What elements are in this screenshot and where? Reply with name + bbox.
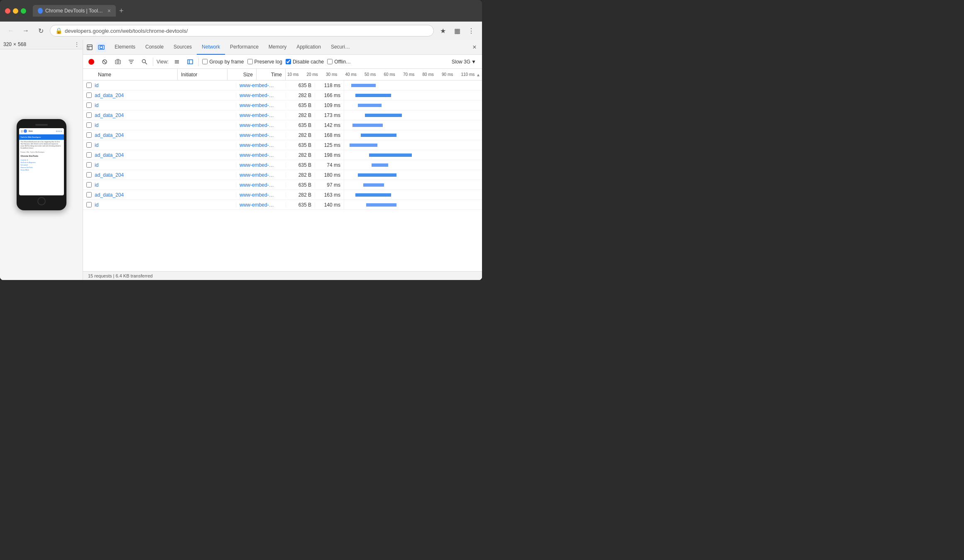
row-checkbox-input[interactable] (86, 122, 92, 128)
row-checkbox[interactable] (83, 102, 95, 108)
record-button[interactable] (86, 57, 96, 67)
row-checkbox[interactable] (83, 83, 95, 88)
search-button[interactable] (139, 57, 149, 67)
table-row[interactable]: id www-embed-… 635 B 142 ms (83, 120, 482, 130)
table-row[interactable]: id www-embed-… 635 B 109 ms (83, 100, 482, 110)
table-row[interactable]: ad_data_204 www-embed-… 282 B 180 ms (83, 170, 482, 180)
row-checkbox-input[interactable] (86, 93, 92, 98)
row-name-cell[interactable]: ad_data_204 (95, 152, 236, 158)
row-checkbox[interactable] (83, 112, 95, 118)
new-tab-button[interactable]: + (119, 7, 124, 15)
offline-input[interactable] (327, 59, 333, 64)
table-row[interactable]: id www-embed-… 635 B 74 ms (83, 160, 482, 170)
phone-home-button[interactable] (37, 197, 46, 205)
menu-button[interactable]: ⋮ (465, 25, 477, 37)
tab-memory[interactable]: Memory (264, 40, 291, 55)
main-content: 320 × 568 ⋮ ☰ Web SIGN I (0, 40, 482, 280)
tab-application[interactable]: Application (291, 40, 326, 55)
disable-cache-input[interactable] (286, 59, 291, 64)
table-row[interactable]: id www-embed-… 635 B 140 ms (83, 200, 482, 210)
browser-tab[interactable]: Chrome DevTools | Tools for W × (33, 5, 116, 17)
preserve-log-checkbox[interactable]: Preserve log (247, 59, 282, 65)
row-checkbox-input[interactable] (86, 142, 92, 148)
row-name-cell[interactable]: id (95, 182, 236, 188)
table-row[interactable]: ad_data_204 www-embed-… 282 B 173 ms (83, 110, 482, 120)
group-by-frame-checkbox[interactable]: Group by frame (202, 59, 244, 65)
tab-performance[interactable]: Performance (225, 40, 264, 55)
row-checkbox[interactable] (83, 192, 95, 197)
row-checkbox[interactable] (83, 162, 95, 168)
group-by-frame-input[interactable] (202, 59, 208, 64)
table-row[interactable]: ad_data_204 www-embed-… 282 B 198 ms (83, 150, 482, 160)
table-row[interactable]: id www-embed-… 635 B 97 ms (83, 180, 482, 190)
table-row[interactable]: ad_data_204 www-embed-… 282 B 168 ms (83, 130, 482, 140)
row-checkbox[interactable] (83, 132, 95, 138)
reload-button[interactable]: ↻ (35, 25, 46, 37)
row-checkbox[interactable] (83, 93, 95, 98)
row-checkbox-input[interactable] (86, 112, 92, 118)
offline-checkbox[interactable]: Offlin… (327, 59, 351, 65)
col-header-size: Size (228, 69, 257, 80)
device-icon-tab[interactable] (96, 42, 106, 52)
table-row[interactable]: id www-embed-… 635 B 125 ms (83, 140, 482, 150)
table-row[interactable]: id www-embed-… 635 B 118 ms (83, 80, 482, 90)
tab-elements[interactable]: Elements (110, 40, 140, 55)
maximize-traffic-light[interactable] (21, 8, 26, 14)
row-name-cell[interactable]: id (95, 202, 236, 208)
tab-network[interactable]: Network (197, 40, 225, 55)
devtools-icon-tabs (85, 42, 106, 52)
row-checkbox-input[interactable] (86, 202, 92, 207)
row-waterfall-cell (344, 100, 482, 110)
row-checkbox[interactable] (83, 142, 95, 148)
screen-hamburger-icon: ☰ (21, 130, 23, 133)
address-bar[interactable]: 🔒 developers.google.com/web/tools/chrome… (50, 25, 434, 37)
row-name-cell[interactable]: ad_data_204 (95, 132, 236, 138)
filter-button[interactable] (126, 57, 136, 67)
table-row[interactable]: ad_data_204 www-embed-… 282 B 166 ms (83, 90, 482, 100)
preserve-log-input[interactable] (247, 59, 253, 64)
row-name-cell[interactable]: ad_data_204 (95, 172, 236, 178)
table-row[interactable]: ad_data_204 www-embed-… 282 B 163 ms (83, 190, 482, 200)
row-checkbox[interactable] (83, 122, 95, 128)
throttle-button[interactable]: Slow 3G ▼ (449, 58, 479, 66)
row-checkbox-input[interactable] (86, 132, 92, 138)
row-checkbox[interactable] (83, 152, 95, 158)
row-size-cell: 635 B (286, 182, 315, 188)
row-name-cell[interactable]: ad_data_204 (95, 112, 236, 118)
list-view-button[interactable] (172, 57, 182, 67)
row-checkbox-input[interactable] (86, 83, 92, 88)
inspector-icon-tab[interactable] (85, 42, 95, 52)
cast-button[interactable]: ▦ (451, 25, 463, 37)
tab-close-button[interactable]: × (108, 7, 111, 14)
back-button[interactable]: ← (5, 25, 17, 37)
device-more-button[interactable]: ⋮ (74, 41, 79, 47)
devtools-close-button[interactable]: × (469, 41, 480, 53)
minimize-traffic-light[interactable] (13, 8, 18, 14)
row-checkbox[interactable] (83, 172, 95, 178)
row-name-cell[interactable]: ad_data_204 (95, 93, 236, 98)
close-traffic-light[interactable] (5, 8, 10, 14)
row-checkbox-input[interactable] (86, 152, 92, 158)
row-name-cell[interactable]: id (95, 83, 236, 88)
row-checkbox-input[interactable] (86, 102, 92, 108)
row-name-cell[interactable]: id (95, 122, 236, 128)
row-checkbox-input[interactable] (86, 192, 92, 197)
tab-sources[interactable]: Sources (169, 40, 197, 55)
disable-cache-checkbox[interactable]: Disable cache (286, 59, 324, 65)
clear-button[interactable] (100, 57, 110, 67)
row-name-cell[interactable]: id (95, 162, 236, 168)
row-checkbox[interactable] (83, 202, 95, 207)
camera-button[interactable] (113, 57, 123, 67)
row-checkbox-input[interactable] (86, 172, 92, 178)
waterfall-view-button[interactable] (185, 57, 195, 67)
row-name-cell[interactable]: ad_data_204 (95, 192, 236, 198)
row-checkbox-input[interactable] (86, 182, 92, 187)
row-name-cell[interactable]: id (95, 102, 236, 108)
tab-security[interactable]: Securi… (326, 40, 355, 55)
bookmark-button[interactable]: ★ (437, 25, 449, 37)
row-checkbox[interactable] (83, 182, 95, 187)
tab-console[interactable]: Console (140, 40, 169, 55)
row-checkbox-input[interactable] (86, 162, 92, 168)
row-name-cell[interactable]: id (95, 142, 236, 148)
forward-button[interactable]: → (20, 25, 32, 37)
